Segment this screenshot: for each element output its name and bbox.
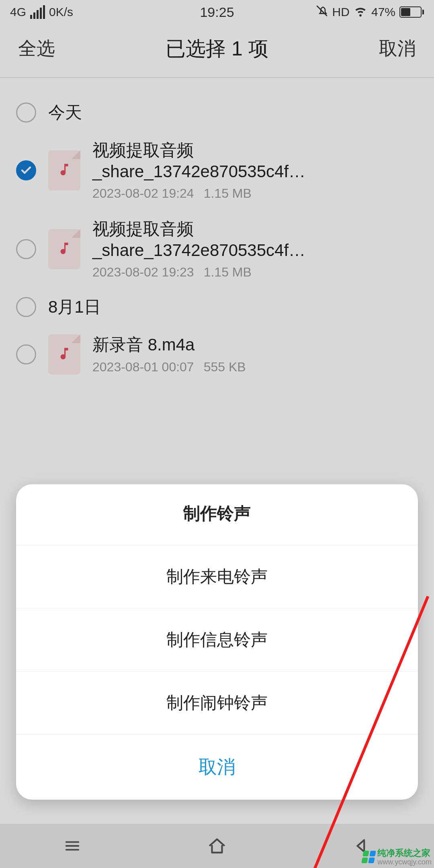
make-message-ringtone[interactable]: 制作信息铃声 xyxy=(16,608,418,671)
make-call-ringtone[interactable]: 制作来电铃声 xyxy=(16,545,418,608)
ringtone-modal: 制作铃声 制作来电铃声 制作信息铃声 制作闹钟铃声 取消 xyxy=(16,484,418,800)
make-alarm-ringtone[interactable]: 制作闹钟铃声 xyxy=(16,671,418,734)
watermark-url: www.ycwqjy.com xyxy=(377,858,432,866)
modal-title: 制作铃声 xyxy=(16,484,418,545)
watermark-text: 纯净系统之家 xyxy=(377,848,430,858)
watermark-logo-icon xyxy=(362,851,376,863)
modal-cancel-button[interactable]: 取消 xyxy=(16,734,418,800)
watermark: 纯净系统之家 www.ycwqjy.com xyxy=(360,845,434,868)
